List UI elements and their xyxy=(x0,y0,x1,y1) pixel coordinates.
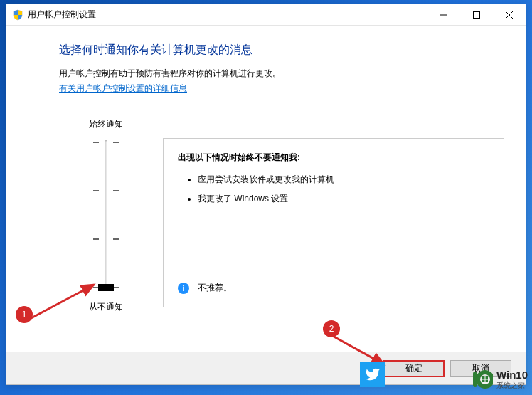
notification-slider-area: 始终通知 从不通知 xyxy=(78,118,134,313)
recommendation-row: i 不推荐。 xyxy=(178,282,232,294)
notification-info-box: 出现以下情况时始终不要通知我: 应用尝试安装软件或更改我的计算机 我更改了 Wi… xyxy=(163,138,504,307)
cancel-button[interactable]: 取消 xyxy=(450,360,511,377)
window-controls xyxy=(427,4,526,25)
uac-settings-window: 用户帐户控制设置 选择何时通知你有关计算机更改的消息 用户帐户控制有助于预防有害… xyxy=(6,4,526,385)
titlebar[interactable]: 用户帐户控制设置 xyxy=(6,4,526,26)
ok-button[interactable]: 确定 xyxy=(383,360,445,377)
slider-tick xyxy=(113,238,119,240)
slider-tick xyxy=(93,190,99,191)
page-heading: 选择何时通知你有关计算机更改的消息 xyxy=(59,43,504,58)
recommendation-text: 不推荐。 xyxy=(198,282,232,294)
minimize-button[interactable] xyxy=(427,4,460,25)
dialog-footer: 确定 取消 xyxy=(6,352,526,384)
info-bullet-list: 应用尝试安装软件或更改我的计算机 我更改了 Windows 设置 xyxy=(178,174,489,205)
info-bullet: 我更改了 Windows 设置 xyxy=(198,193,489,205)
slider-tick xyxy=(93,142,99,143)
slider-tick xyxy=(93,238,99,240)
window-title: 用户帐户控制设置 xyxy=(28,9,96,21)
page-description: 用户帐户控制有助于预防有害程序对你的计算机进行更改。 xyxy=(59,68,504,80)
svg-rect-1 xyxy=(474,11,480,18)
slider-tick xyxy=(113,142,119,143)
info-bullet: 应用尝试安装软件或更改我的计算机 xyxy=(198,174,489,186)
close-button[interactable] xyxy=(493,4,526,25)
slider-label-never: 从不通知 xyxy=(78,301,134,313)
maximize-button[interactable] xyxy=(460,4,493,25)
slider-thumb[interactable] xyxy=(98,284,114,291)
uac-shield-icon xyxy=(12,9,23,21)
info-icon: i xyxy=(178,283,189,294)
notification-slider[interactable] xyxy=(78,137,134,294)
slider-label-always: 始终通知 xyxy=(78,118,134,130)
slider-tick xyxy=(113,287,119,288)
slider-track xyxy=(105,140,107,291)
content-area: 选择何时通知你有关计算机更改的消息 用户帐户控制有助于预防有害程序对你的计算机进… xyxy=(6,26,526,352)
uac-help-link[interactable]: 有关用户帐户控制设置的详细信息 xyxy=(59,83,187,93)
info-box-title: 出现以下情况时始终不要通知我: xyxy=(178,152,489,164)
slider-tick xyxy=(113,190,119,191)
